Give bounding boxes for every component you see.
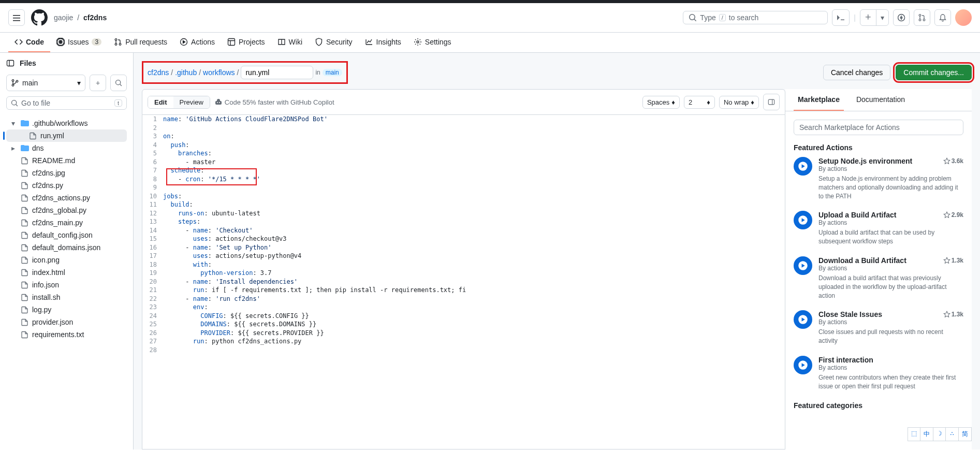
svg-point-6 [115, 39, 117, 41]
user-avatar[interactable] [955, 9, 972, 26]
svg-point-7 [115, 43, 117, 46]
repo-owner-link[interactable]: gaojie [54, 13, 73, 22]
file-sidebar: Files main ▾ + Go to file t ▾.github/wor… [0, 53, 134, 449]
tree-file[interactable]: cf2dns.py [6, 179, 127, 192]
chevron-down-icon: ▾ [876, 13, 888, 22]
play-icon [794, 157, 812, 176]
tree-folder[interactable]: ▸dns [6, 142, 127, 154]
svg-point-5 [60, 41, 62, 43]
tree-file[interactable]: default_domains.json [6, 241, 127, 254]
marketplace-tab[interactable]: Marketplace [794, 89, 844, 111]
cancel-button[interactable]: Cancel changes [823, 65, 890, 80]
tree-file[interactable]: index.html [6, 266, 127, 279]
marketplace-action-item[interactable]: Setup Node.js environment 3.6k By action… [794, 157, 963, 200]
goto-file-input[interactable]: Go to file t [6, 96, 127, 110]
code-editor[interactable]: 1name: 'GitHub Actions CloudFlare2DNSPod… [142, 115, 785, 449]
tree-file[interactable]: requirements.txt [6, 328, 127, 341]
svg-point-8 [119, 43, 121, 46]
pull-requests-icon-button[interactable] [914, 9, 930, 26]
path-seg-link[interactable]: workflows [203, 68, 235, 77]
file-icon [21, 156, 29, 165]
wrap-mode-select[interactable]: No wrap ♦ [719, 96, 759, 109]
tree-file[interactable]: cf2dns_global.py [6, 204, 127, 216]
tab-pull-requests[interactable]: Pull requests [108, 33, 173, 52]
tree-file[interactable]: run.yml [6, 129, 127, 142]
ime-button[interactable]: ⬚ [908, 428, 920, 441]
svg-point-14 [12, 84, 14, 86]
sidebar-toggle-icon[interactable] [6, 59, 14, 67]
issues-icon-button[interactable] [893, 9, 910, 26]
ime-button[interactable]: ☽ [933, 428, 945, 441]
tree-file[interactable]: install.sh [6, 291, 127, 303]
tab-projects[interactable]: Projects [221, 33, 271, 52]
marketplace-action-item[interactable]: Download a Build Artifact 1.3k By action… [794, 256, 963, 300]
marketplace-action-item[interactable]: Close Stale Issues 1.3k By actions Close… [794, 310, 963, 345]
tree-file[interactable]: cf2dns.jpg [6, 167, 127, 179]
editor-toolbar: Edit Preview Code 55% faster with GitHub… [142, 89, 785, 115]
github-logo[interactable] [31, 9, 48, 26]
filename-input[interactable] [241, 66, 313, 79]
tree-file[interactable]: cf2dns_main.py [6, 216, 127, 229]
svg-point-1 [900, 17, 903, 19]
marketplace-action-item[interactable]: First interaction By actions Greet new c… [794, 356, 963, 391]
tree-file[interactable]: info.json [6, 279, 127, 291]
repo-name-link[interactable]: cf2dns [83, 13, 107, 22]
edit-tab[interactable]: Edit [148, 96, 173, 108]
file-icon [29, 132, 37, 140]
ime-button[interactable]: 中 [920, 428, 933, 441]
ime-button[interactable]: 简 [958, 428, 971, 441]
ime-button[interactable]: ⛬ [945, 428, 958, 441]
marketplace-panel: Marketplace Documentation Search Marketp… [785, 89, 972, 449]
notifications-button[interactable] [934, 9, 951, 26]
documentation-tab[interactable]: Documentation [852, 89, 909, 111]
svg-point-13 [12, 80, 14, 82]
commit-changes-button[interactable]: Commit changes... [896, 65, 972, 80]
editor-settings-button[interactable] [763, 94, 780, 110]
file-tree: ▾.github/workflowsrun.yml▸dnsREADME.mdcf… [6, 117, 127, 341]
copilot-icon [214, 98, 223, 106]
indent-size-select[interactable]: 2 ♦ [684, 96, 715, 109]
tree-file[interactable]: cf2dns_actions.py [6, 192, 127, 204]
play-icon [794, 256, 812, 275]
file-icon [21, 169, 29, 177]
file-icon [21, 181, 29, 190]
star-count: 3.6k [943, 157, 963, 165]
hamburger-menu-button[interactable] [8, 9, 25, 26]
path-seg-link[interactable]: .github [175, 68, 197, 77]
marketplace-search[interactable]: Search Marketplace for Actions [794, 120, 963, 135]
tab-code[interactable]: Code [8, 33, 50, 52]
file-path-editor: cf2dns/ .github/ workflows/ in main [142, 61, 348, 84]
tree-file[interactable]: icon.png [6, 254, 127, 266]
tab-security[interactable]: Security [309, 33, 359, 52]
tab-settings[interactable]: Settings [407, 33, 458, 52]
play-icon [794, 356, 812, 374]
command-palette-button[interactable] [832, 9, 850, 26]
ime-toolbar: ⬚中☽⛬简 [908, 427, 972, 441]
tree-folder[interactable]: ▾.github/workflows [6, 117, 127, 129]
path-repo-link[interactable]: cf2dns [148, 68, 169, 77]
branch-selector[interactable]: main ▾ [6, 75, 85, 91]
tab-insights[interactable]: Insights [359, 33, 407, 52]
play-icon [794, 211, 812, 229]
tree-file[interactable]: provider.json [6, 316, 127, 328]
add-file-button[interactable]: + [90, 75, 106, 91]
marketplace-action-item[interactable]: Upload a Build Artifact 2.9k By actions … [794, 211, 963, 246]
create-new-button[interactable]: ▾ [860, 9, 889, 26]
tree-file[interactable]: default_config.json [6, 229, 127, 241]
search-icon [689, 13, 697, 22]
tab-wiki[interactable]: Wiki [271, 33, 309, 52]
preview-tab[interactable]: Preview [173, 96, 210, 108]
tab-issues[interactable]: Issues3 [50, 33, 108, 52]
copilot-hint[interactable]: Code 55% faster with GitHub Copilot [214, 98, 334, 106]
tree-file[interactable]: README.md [6, 154, 127, 167]
search-files-button[interactable] [110, 75, 127, 91]
file-icon [21, 206, 29, 214]
svg-rect-10 [228, 39, 235, 46]
repo-tab-nav: Code Issues3 Pull requests Actions Proje… [0, 33, 980, 53]
featured-actions-title: Featured Actions [794, 143, 963, 152]
indent-mode-select[interactable]: Spaces ♦ [642, 96, 680, 109]
tab-actions[interactable]: Actions [173, 33, 221, 52]
tree-file[interactable]: log.py [6, 303, 127, 316]
global-search[interactable]: Type / to search [683, 11, 828, 24]
branch-icon [11, 79, 19, 87]
